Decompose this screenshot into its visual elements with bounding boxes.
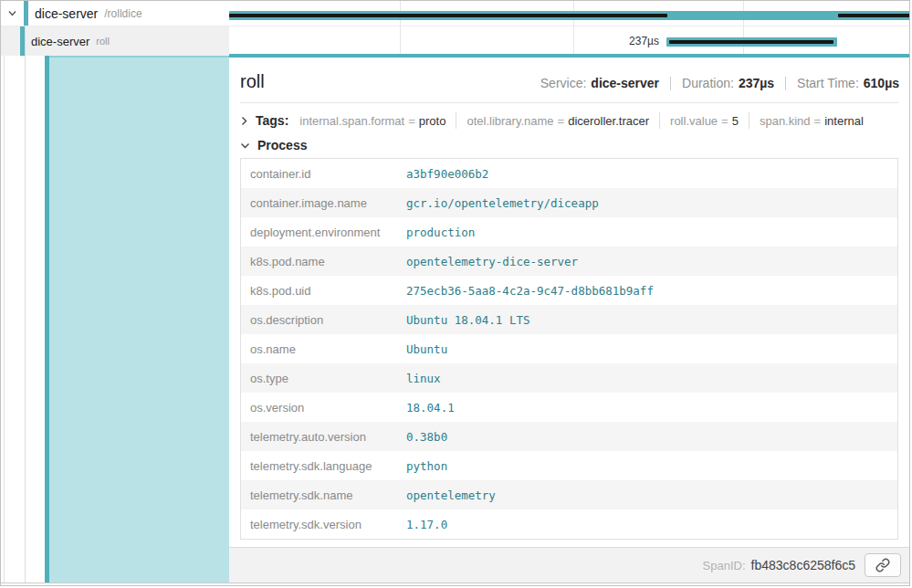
tag-key: span.kind — [760, 114, 811, 128]
chevron-down-icon[interactable] — [240, 142, 250, 150]
tag-equals: = — [558, 114, 565, 128]
table-row: k8s.pod.uid275ecb36-5aa8-4c2a-9c47-d8bb6… — [241, 276, 897, 305]
kv-value: opentelemetry-dice-server — [405, 255, 897, 268]
link-icon — [875, 558, 890, 572]
span-duration-label: 237µs — [579, 35, 659, 47]
tree-guide-line — [25, 56, 26, 583]
spanid-value: fb483c8c6258f6c5 — [751, 558, 855, 572]
tree-guide-line — [25, 26, 26, 56]
kv-key: telemetry.sdk.language — [241, 459, 405, 473]
tag-divider — [749, 112, 750, 129]
process-kv-table: container.ida3bf90e006b2 container.image… — [240, 158, 898, 540]
tag-equals: = — [721, 114, 729, 128]
service-color-bar — [24, 1, 28, 26]
start-time-label: Start Time: — [797, 76, 859, 90]
kv-key: os.description — [241, 313, 405, 327]
kv-value: 275ecb36-5aa8-4c2a-9c47-d8bb681b9aff — [405, 284, 897, 298]
operation-name: /rolldice — [104, 7, 142, 20]
selected-span-fill — [1, 56, 229, 583]
kv-value: gcr.io/opentelemetry/diceapp — [405, 196, 897, 210]
kv-value: 18.04.1 — [405, 401, 897, 415]
timeline-row-divider — [229, 26, 910, 26]
tag-value: internal — [824, 114, 864, 128]
service-label: Service: — [540, 76, 587, 90]
tag-equals: = — [814, 114, 822, 128]
service-name: dice-server — [31, 35, 89, 48]
tag-value: proto — [419, 114, 446, 128]
kv-value: Ubuntu 18.04.1 LTS — [405, 313, 897, 327]
kv-value: a3bf90e006b2 — [405, 167, 897, 181]
kv-key: k8s.pod.uid — [241, 284, 405, 298]
duration-value: 237µs — [739, 76, 774, 90]
tags-label[interactable]: Tags: — [256, 113, 288, 128]
tag-divider — [456, 112, 456, 129]
table-row: telemetry.auto.version0.38b0 — [241, 422, 897, 451]
kv-key: os.version — [241, 401, 405, 415]
table-row: os.nameUbuntu — [241, 334, 897, 363]
kv-key: container.id — [241, 167, 405, 181]
service-value: dice-server — [591, 76, 659, 90]
table-row: deployment.environmentproduction — [241, 217, 897, 247]
span-detail-header: roll Service: dice-server Duration: 237µ… — [240, 58, 899, 103]
kv-value: python — [405, 459, 897, 473]
timeline-gridline — [400, 1, 401, 56]
kv-value: linux — [405, 372, 897, 385]
tag-key: internal.span.format — [299, 114, 404, 128]
timeline-gridline — [573, 1, 574, 56]
jaeger-trace-detail-view: dice-server /rolldice dice-server roll 2… — [0, 0, 910, 586]
deep-link-button[interactable] — [865, 553, 901, 577]
span-self-time-segment — [669, 40, 833, 44]
table-row: os.descriptionUbuntu 18.04.1 LTS — [241, 305, 897, 334]
kv-key: os.name — [241, 342, 405, 356]
kv-value: production — [405, 226, 897, 239]
span-self-time-segment — [838, 14, 910, 17]
kv-value: 1.17.0 — [405, 518, 897, 531]
duration-label: Duration: — [682, 76, 734, 90]
kv-key: deployment.environment — [241, 226, 405, 239]
tag-equals: = — [408, 114, 415, 128]
tag-value: 5 — [732, 114, 739, 128]
process-label[interactable]: Process — [257, 138, 307, 152]
timeline-gridline — [743, 1, 744, 56]
span-row-rolldice[interactable]: dice-server /rolldice — [1, 1, 229, 26]
tag-item: internal.span.format=proto — [299, 114, 446, 128]
process-section-header[interactable]: Process — [240, 138, 900, 152]
table-row: telemetry.sdk.version1.17.0 — [241, 509, 897, 539]
chevron-right-icon[interactable] — [240, 116, 248, 126]
tag-key: roll.value — [670, 114, 718, 128]
kv-key: telemetry.auto.version — [241, 430, 405, 444]
span-detail-panel: roll Service: dice-server Duration: 237µ… — [229, 58, 910, 583]
span-title: roll — [240, 71, 265, 92]
kv-key: k8s.pod.name — [241, 255, 405, 268]
spanid-label: SpanID: — [703, 559, 746, 572]
table-row: telemetry.sdk.nameopentelemetry — [241, 480, 897, 509]
collapse-chevron-icon[interactable] — [7, 8, 18, 18]
table-row: os.version18.04.1 — [241, 393, 897, 422]
service-name: dice-server — [35, 6, 98, 21]
span-bar-rolldice[interactable] — [229, 11, 910, 20]
tag-divider — [659, 112, 660, 129]
span-row-roll-selected[interactable]: dice-server roll — [1, 26, 229, 56]
span-summary: Service: dice-server Duration: 237µs Sta… — [540, 76, 899, 90]
kv-key: telemetry.sdk.name — [241, 488, 405, 502]
start-time-value: 610µs — [864, 76, 899, 90]
kv-key: container.image.name — [241, 196, 405, 210]
span-bar-roll[interactable] — [666, 37, 837, 47]
table-row: k8s.pod.nameopentelemetry-dice-server — [241, 247, 897, 276]
summary-divider — [785, 77, 786, 90]
kv-value: 0.38b0 — [405, 430, 897, 444]
kv-key: os.type — [241, 372, 405, 385]
tag-item: span.kind=internal — [760, 114, 864, 128]
kv-value: opentelemetry — [405, 488, 897, 502]
operation-name: roll — [96, 36, 110, 47]
tag-item: otel.library.name=diceroller.tracer — [466, 114, 649, 128]
selected-span-background — [49, 56, 229, 583]
table-row: telemetry.sdk.languagepython — [241, 451, 897, 480]
span-self-time-segment — [229, 14, 667, 17]
summary-divider — [670, 77, 671, 90]
kv-key: telemetry.sdk.version — [241, 518, 405, 531]
trace-timeline: 237µs — [229, 1, 910, 56]
table-row: container.image.namegcr.io/opentelemetry… — [241, 188, 897, 217]
tag-value: diceroller.tracer — [568, 114, 649, 128]
tags-section[interactable]: Tags: internal.span.format=proto otel.li… — [240, 103, 900, 136]
